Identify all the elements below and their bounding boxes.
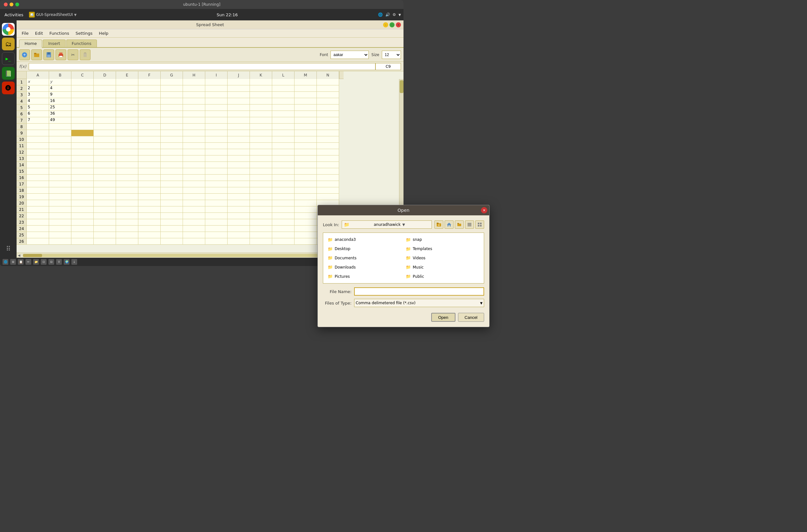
cell-15-11[interactable] [272, 168, 295, 175]
cell-h1[interactable] [183, 79, 205, 86]
toolbar-print[interactable] [55, 50, 66, 60]
cell-12-7[interactable] [183, 149, 205, 155]
cell-g2[interactable] [161, 86, 183, 92]
cell-18-8[interactable] [205, 187, 228, 194]
cell-n9[interactable] [317, 130, 339, 136]
cell-16-13[interactable] [317, 175, 339, 181]
cell-m9[interactable] [295, 130, 317, 136]
cell-26-3[interactable] [94, 238, 116, 245]
cell-g5[interactable] [161, 104, 183, 111]
cell-16-1[interactable] [49, 175, 71, 181]
cell-l4[interactable] [272, 98, 295, 104]
cell-24-11[interactable] [272, 226, 295, 232]
cell-g4[interactable] [161, 98, 183, 104]
cell-10-6[interactable] [161, 136, 183, 143]
cell-14-7[interactable] [183, 162, 205, 168]
cell-22-11[interactable] [272, 213, 295, 219]
cell-23-3[interactable] [94, 219, 116, 226]
cell-16-11[interactable] [272, 175, 295, 181]
cell-13-1[interactable] [49, 155, 71, 162]
cell-12-3[interactable] [94, 149, 116, 155]
cell-19-7[interactable] [183, 194, 205, 200]
cell-22-0[interactable] [27, 213, 49, 219]
cell-b7[interactable]: 49 [49, 117, 71, 124]
cell-g9[interactable] [161, 130, 183, 136]
cell-j1[interactable] [228, 79, 250, 86]
cell-d4[interactable] [94, 98, 116, 104]
cell-m3[interactable] [295, 92, 317, 98]
cell-l3[interactable] [272, 92, 295, 98]
cell-17-7[interactable] [183, 181, 205, 187]
cell-c4[interactable] [71, 98, 94, 104]
cell-11-4[interactable] [116, 143, 138, 149]
cell-23-0[interactable] [27, 219, 49, 226]
cell-h7[interactable] [183, 117, 205, 124]
cell-11-12[interactable] [295, 143, 317, 149]
cell-10-2[interactable] [71, 136, 94, 143]
cell-m4[interactable] [295, 98, 317, 104]
cell-a2[interactable]: 2 [27, 86, 49, 92]
cell-24-12[interactable] [295, 226, 317, 232]
cell-26-8[interactable] [205, 238, 228, 245]
cell-i4[interactable] [205, 98, 228, 104]
cell-16-5[interactable] [138, 175, 161, 181]
cell-f6[interactable] [138, 111, 161, 117]
cell-18-7[interactable] [183, 187, 205, 194]
cell-j4[interactable] [228, 98, 250, 104]
cell-h4[interactable] [183, 98, 205, 104]
cell-10-3[interactable] [94, 136, 116, 143]
cell-24-4[interactable] [116, 226, 138, 232]
cell-13-4[interactable] [116, 155, 138, 162]
cell-19-2[interactable] [71, 194, 94, 200]
cell-20-5[interactable] [138, 200, 161, 206]
cell-24-9[interactable] [228, 226, 250, 232]
cell-21-9[interactable] [228, 206, 250, 213]
cell-b5[interactable]: 25 [49, 104, 71, 111]
cell-12-5[interactable] [138, 149, 161, 155]
cell-25-4[interactable] [116, 232, 138, 238]
menu-functions[interactable]: Functions [47, 30, 72, 36]
cell-26-4[interactable] [116, 238, 138, 245]
cell-17-6[interactable] [161, 181, 183, 187]
cell-16-2[interactable] [71, 175, 94, 181]
status-icon-10[interactable]: ↓ [71, 259, 77, 265]
cell-23-5[interactable] [138, 219, 161, 226]
cell-c6[interactable] [71, 111, 94, 117]
cell-f8[interactable] [138, 124, 161, 130]
cell-e5[interactable] [116, 104, 138, 111]
cell-17-13[interactable] [317, 181, 339, 187]
cell-22-8[interactable] [205, 213, 228, 219]
cell-18-12[interactable] [295, 187, 317, 194]
cell-a5[interactable]: 5 [27, 104, 49, 111]
cell-25-3[interactable] [94, 232, 116, 238]
cell-i2[interactable] [205, 86, 228, 92]
cell-16-0[interactable] [27, 175, 49, 181]
cell-k7[interactable] [250, 117, 272, 124]
cell-m2[interactable] [295, 86, 317, 92]
cell-13-2[interactable] [71, 155, 94, 162]
cell-k1[interactable] [250, 79, 272, 86]
cell-18-0[interactable] [27, 187, 49, 194]
cell-19-6[interactable] [161, 194, 183, 200]
cell-12-0[interactable] [27, 149, 49, 155]
cell-22-2[interactable] [71, 213, 94, 219]
cell-17-10[interactable] [250, 181, 272, 187]
font-select[interactable]: aakar [331, 51, 369, 59]
cell-10-10[interactable] [250, 136, 272, 143]
cell-20-4[interactable] [116, 200, 138, 206]
cell-14-12[interactable] [295, 162, 317, 168]
look-in-select[interactable]: 📁 anuradhawick ▼ [342, 221, 404, 229]
cell-22-6[interactable] [161, 213, 183, 219]
cell-24-5[interactable] [138, 226, 161, 232]
dock-spreadsheet[interactable]: 📗 [2, 67, 15, 80]
cell-21-8[interactable] [205, 206, 228, 213]
cell-24-10[interactable] [250, 226, 272, 232]
cell-23-6[interactable] [161, 219, 183, 226]
cell-15-2[interactable] [71, 168, 94, 175]
cell-a7[interactable]: 7 [27, 117, 49, 124]
cell-f1[interactable] [138, 79, 161, 86]
maximize-btn[interactable] [15, 3, 19, 6]
cell-g7[interactable] [161, 117, 183, 124]
cell-11-1[interactable] [49, 143, 71, 149]
cell-15-3[interactable] [94, 168, 116, 175]
